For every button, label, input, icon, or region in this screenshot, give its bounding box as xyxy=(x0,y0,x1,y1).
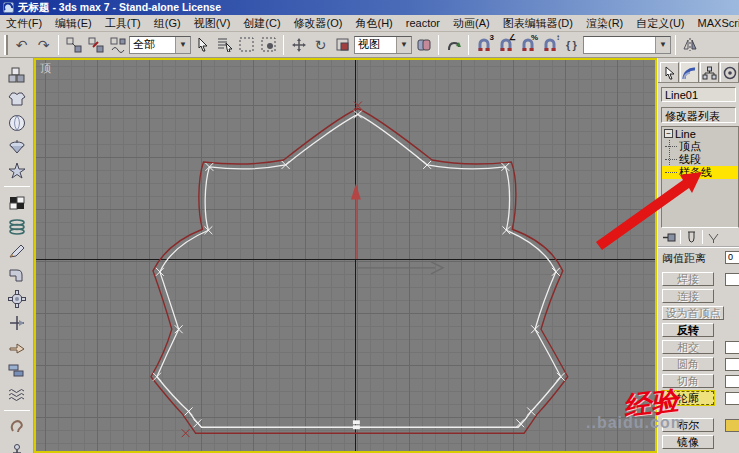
spline-shape-canvas[interactable] xyxy=(36,60,655,451)
weld-button[interactable]: 焊接 xyxy=(662,272,714,286)
pin-stack-icon[interactable] xyxy=(662,230,677,245)
snap-toggle-3d-icon[interactable]: 3 xyxy=(473,34,494,55)
menu-modifiers[interactable]: 修改器(O) xyxy=(294,16,343,31)
window-crossing-icon[interactable] xyxy=(258,34,279,55)
spinner-snap-icon[interactable]: ↕ xyxy=(539,34,560,55)
tab-motion[interactable] xyxy=(720,62,739,82)
intersect-button[interactable]: 相交 xyxy=(662,340,714,354)
shirt-icon[interactable] xyxy=(4,88,30,109)
menu-group[interactable]: 组(G) xyxy=(154,16,181,31)
selection-filter-dropdown[interactable]: 全部 ▼ xyxy=(129,36,191,54)
make-unique-icon[interactable] xyxy=(706,230,721,245)
collapse-icon[interactable]: − xyxy=(664,129,673,138)
menu-views[interactable]: 视图(V) xyxy=(194,16,231,31)
mirror-button[interactable]: 镜像 xyxy=(662,435,714,449)
intersect-spinner[interactable] xyxy=(725,341,739,354)
menu-customize[interactable]: 自定义(U) xyxy=(636,16,684,31)
dropdown-arrow-icon[interactable]: ▼ xyxy=(396,37,411,53)
viewport-label[interactable]: 顶 xyxy=(40,61,51,76)
menu-reactor[interactable]: reactor xyxy=(406,17,440,29)
fillet-button[interactable]: 圆角 xyxy=(662,357,714,371)
toolbar-separator xyxy=(58,35,59,55)
menu-create[interactable]: 创建(C) xyxy=(243,16,280,31)
dropdown-arrow-icon[interactable]: ▼ xyxy=(175,37,190,53)
waves-icon[interactable] xyxy=(4,384,30,405)
boolean-button[interactable]: 布尔 xyxy=(662,418,714,432)
outline-spinner[interactable] xyxy=(725,392,739,405)
redo-icon[interactable]: ↷ xyxy=(33,34,54,55)
select-and-rotate-icon[interactable]: ↻ xyxy=(310,34,331,55)
named-selection-dropdown[interactable]: ▼ xyxy=(583,36,671,54)
menu-tools[interactable]: 工具(T) xyxy=(105,16,141,31)
menu-maxscript[interactable]: MAXScript(M) xyxy=(698,17,739,29)
undo-icon[interactable]: ↶ xyxy=(11,34,32,55)
percent-snap-icon[interactable]: % xyxy=(517,34,538,55)
cubes-icon[interactable] xyxy=(4,64,30,85)
tab-hierarchy[interactable] xyxy=(700,62,719,82)
toolbar-separator xyxy=(675,35,676,55)
reference-coordinate-dropdown[interactable]: 视图 ▼ xyxy=(354,36,412,54)
named-selection-sets-icon[interactable]: { } xyxy=(561,34,582,55)
fillet-spinner[interactable] xyxy=(725,358,739,371)
springs-icon[interactable] xyxy=(4,216,30,237)
pointing-hand-icon[interactable] xyxy=(4,336,30,357)
select-and-manipulate-icon[interactable] xyxy=(443,34,464,55)
object-name-field[interactable]: Line01 xyxy=(661,87,736,102)
select-by-name-icon[interactable] xyxy=(214,34,235,55)
angle-snap-icon[interactable]: ∠ xyxy=(495,34,516,55)
bricks-icon[interactable] xyxy=(4,360,30,381)
gear-icon[interactable] xyxy=(4,288,30,309)
chamfer-spinner[interactable] xyxy=(725,375,739,388)
weathervane-icon[interactable] xyxy=(4,312,30,333)
modifier-list-dropdown[interactable]: 修改器列表 xyxy=(661,107,736,123)
left-tab-toolbar xyxy=(0,58,34,453)
pen-icon[interactable] xyxy=(4,240,30,261)
select-and-link-icon[interactable] xyxy=(63,34,84,55)
toolbar-separator xyxy=(283,35,284,55)
bind-to-spacewarp-icon[interactable] xyxy=(107,34,128,55)
use-pivot-center-icon[interactable] xyxy=(413,34,434,55)
weld-spinner[interactable] xyxy=(725,273,739,286)
toolbar-grip[interactable] xyxy=(4,35,8,55)
menu-edit[interactable]: 编辑(E) xyxy=(55,16,92,31)
stack-spline-label: 样条线 xyxy=(679,165,712,180)
rectangular-selection-region-icon[interactable] xyxy=(236,34,257,55)
dropdown-arrow-icon[interactable]: ▼ xyxy=(655,37,670,53)
spinning-top-icon[interactable] xyxy=(4,136,30,157)
menu-rendering[interactable]: 渲染(R) xyxy=(586,16,623,31)
outline-vertex-markers xyxy=(182,102,362,438)
menu-bar: 文件(F) 编辑(E) 工具(T) 组(G) 视图(V) 创建(C) 修改器(O… xyxy=(0,15,739,32)
tab-create[interactable] xyxy=(660,62,679,82)
threshold-spinner[interactable]: 0 xyxy=(725,251,739,264)
boolean-type-icons[interactable] xyxy=(725,419,739,432)
star-icon[interactable] xyxy=(4,160,30,181)
sphere-icon[interactable] xyxy=(4,112,30,133)
outline-button[interactable]: 轮廓 xyxy=(662,391,714,405)
show-end-result-icon[interactable] xyxy=(684,230,699,245)
chamfer-button[interactable]: 切角 xyxy=(662,374,714,388)
first-vertex-marker xyxy=(353,425,360,429)
menu-graph-editors[interactable]: 图表编辑器(D) xyxy=(503,16,573,31)
select-object-icon[interactable] xyxy=(192,34,213,55)
toolbar-separator xyxy=(4,186,30,187)
vertex-markers xyxy=(153,110,565,427)
reverse-button[interactable]: 反转 xyxy=(662,323,714,337)
connect-button[interactable]: 连接 xyxy=(662,289,714,303)
top-viewport[interactable]: 顶 xyxy=(34,58,657,453)
checker-icon[interactable] xyxy=(4,192,30,213)
tab-modify[interactable] xyxy=(680,62,699,82)
menu-character[interactable]: 角色(H) xyxy=(356,16,393,31)
unlink-icon[interactable] xyxy=(85,34,106,55)
make-first-button[interactable]: 设为首顶点 xyxy=(662,306,724,320)
mirror-icon[interactable] xyxy=(680,34,701,55)
menu-file[interactable]: 文件(F) xyxy=(6,16,42,31)
toolbar-separator xyxy=(4,410,30,411)
stack-item-spline-selected[interactable]: 样条线 xyxy=(662,166,738,179)
menu-animation[interactable]: 动画(A) xyxy=(453,16,490,31)
select-and-move-icon[interactable] xyxy=(288,34,309,55)
ear-icon[interactable] xyxy=(4,416,30,437)
elbow-pipe-icon[interactable] xyxy=(4,264,30,285)
select-and-scale-icon[interactable] xyxy=(332,34,353,55)
tree-branch xyxy=(665,159,677,160)
bone-figure-icon[interactable] xyxy=(4,440,30,453)
